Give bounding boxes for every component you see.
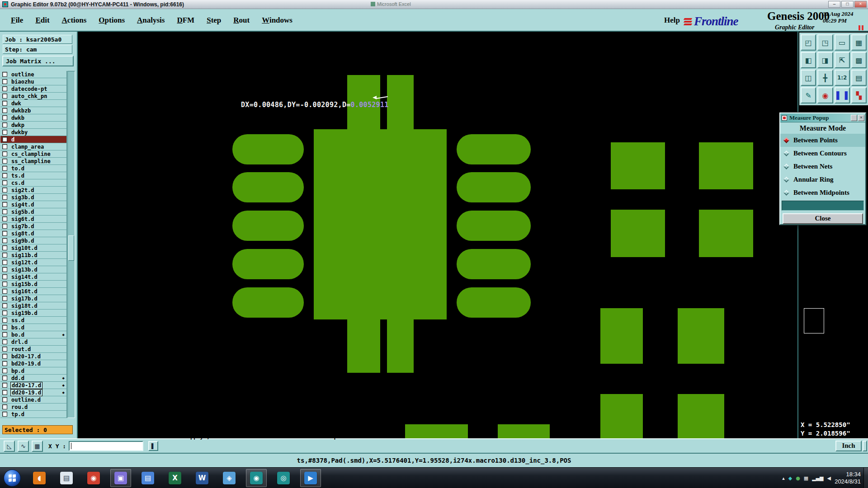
layer-visibility-checkbox[interactable] [2, 318, 7, 323]
layer-row-outline.d[interactable]: outline.d [0, 396, 66, 404]
taskbar-app-notepad[interactable]: ▤ [56, 469, 77, 487]
layer-row-datecode-pt[interactable]: datecode-pt [0, 85, 66, 93]
layer-visibility-checkbox[interactable] [2, 130, 7, 135]
taskbar-app-browser[interactable]: ◉ [83, 469, 104, 487]
layer-row-ts.d[interactable]: ts.d [0, 172, 66, 179]
layer-visibility-checkbox[interactable] [2, 94, 7, 99]
measure-tool-icon[interactable]: ∿ [18, 441, 29, 452]
taskbar-clock[interactable]: 18:34 2024/8/31 [835, 471, 861, 485]
layer-visibility-checkbox[interactable] [2, 224, 7, 229]
menu-item-file[interactable]: File [11, 16, 23, 25]
menu-help[interactable]: Help [664, 16, 680, 25]
taskbar-app-save[interactable]: ▣ [110, 469, 131, 487]
layer-visibility-checkbox[interactable] [2, 180, 7, 185]
measure-option-between-contours[interactable]: Between Contours [780, 147, 865, 160]
layer-row-drl.d[interactable]: drl.d [0, 338, 66, 346]
layer-row-dwkb[interactable]: dwkb [0, 114, 66, 122]
layer-row-dd.d[interactable]: dd.d◆ [0, 375, 66, 382]
layer-row-ss.d[interactable]: ss.d [0, 317, 66, 324]
layer-row-sig14t.d[interactable]: sig14t.d [0, 273, 66, 281]
dot-grid-icon[interactable]: ▩ [851, 52, 867, 68]
taskbar-app-arrow[interactable]: ▶ [300, 469, 321, 487]
clip-window-icon[interactable]: ▭ [835, 34, 850, 51]
layer-row-sig13b.d[interactable]: sig13b.d [0, 266, 66, 273]
pan-left-icon[interactable]: ◧ [801, 52, 816, 68]
layer-row-sig12t.d[interactable]: sig12t.d [0, 259, 66, 266]
layer-row-dd20-19.d[interactable]: dd20-19.d◆ [0, 389, 66, 396]
units-button[interactable]: Inch [835, 441, 862, 451]
layer-row-sig10t.d[interactable]: sig10t.d [0, 244, 66, 252]
view-prev-icon[interactable]: ◰ [801, 34, 816, 51]
pcb-pad[interactable] [405, 424, 468, 438]
layer-visibility-checkbox[interactable] [2, 166, 7, 171]
popup-minimize-button[interactable] [851, 115, 857, 121]
grid-tool-icon[interactable]: ▦ [32, 441, 43, 452]
layer-visibility-checkbox[interactable] [2, 101, 7, 106]
layer-visibility-checkbox[interactable] [2, 282, 7, 286]
pcb-pad[interactable] [457, 249, 531, 279]
layer-row-dwkp[interactable]: dwkp [0, 122, 66, 129]
layer-row-bd20-19.d[interactable]: bd20-19.d [0, 360, 66, 367]
pcb-pad[interactable] [232, 249, 304, 279]
layer-list-scrollbar[interactable] [67, 71, 75, 418]
pcb-pad[interactable] [232, 211, 304, 241]
layer-row-clamp_area[interactable]: clamp_area [0, 143, 66, 150]
layer-visibility-checkbox[interactable] [2, 144, 7, 149]
menu-item-dfm[interactable]: DFM [177, 16, 194, 25]
layer-visibility-checkbox[interactable] [2, 339, 7, 344]
popup-close-button[interactable]: Close [783, 213, 863, 224]
edit-tool-icon[interactable]: ✎ [801, 87, 816, 103]
menu-item-actions[interactable]: Actions [62, 16, 87, 25]
crosshair-icon[interactable]: ╋ [817, 70, 833, 86]
layer-row-dwkby[interactable]: dwkby [0, 129, 66, 136]
layer-visibility-checkbox[interactable] [2, 238, 7, 243]
layer-row-sig6t.d[interactable]: sig6t.d [0, 216, 66, 223]
layer-visibility-checkbox[interactable] [2, 202, 7, 207]
layer-visibility-checkbox[interactable] [2, 108, 7, 113]
show-desktop-button[interactable] [863, 468, 868, 488]
measure-option-between-points[interactable]: Between Points [780, 134, 865, 147]
layer-visibility-checkbox[interactable] [2, 332, 7, 337]
popup-close-icon[interactable]: × [858, 115, 864, 121]
menu-item-options[interactable]: Options [99, 16, 125, 25]
pcb-pad[interactable] [232, 134, 304, 164]
xy-input[interactable] [69, 441, 143, 451]
grid-toggle-icon[interactable]: ▦ [851, 34, 867, 51]
layer-visibility-checkbox[interactable] [2, 72, 7, 77]
layer-row-ss_clampline[interactable]: ss_clampline [0, 158, 66, 165]
layer-visibility-checkbox[interactable] [2, 115, 7, 120]
menu-item-step[interactable]: Step [207, 16, 221, 25]
tray-show-hidden-icon[interactable]: ▴ [782, 475, 785, 481]
layer-row-sig18t.d[interactable]: sig18t.d [0, 302, 66, 310]
layer-visibility-checkbox[interactable] [2, 375, 7, 380]
view-navigator-box[interactable] [804, 308, 824, 333]
pcb-pad[interactable] [387, 75, 414, 130]
tray-update-icon[interactable]: ● [796, 475, 800, 481]
layer-visibility-checkbox[interactable] [2, 173, 7, 178]
measure-popup-titlebar[interactable]: Measure Popup × [780, 113, 865, 122]
pcb-pad[interactable] [314, 129, 447, 319]
minimize-button[interactable]: – [828, 1, 840, 8]
measure-option-annular-ring[interactable]: Annular Ring [780, 173, 865, 186]
layer-visibility-checkbox[interactable] [2, 404, 7, 409]
taskbar-app-document[interactable]: ▤ [137, 469, 158, 487]
layer-visibility-checkbox[interactable] [2, 137, 7, 142]
menu-item-windows[interactable]: Windows [262, 16, 292, 25]
layer-visibility-checkbox[interactable] [2, 159, 7, 164]
layer-visibility-checkbox[interactable] [2, 274, 7, 279]
layer-row-sig8t.d[interactable]: sig8t.d [0, 230, 66, 237]
layer-visibility-checkbox[interactable] [2, 195, 7, 200]
layer-visibility-checkbox[interactable] [2, 296, 7, 301]
layer-visibility-checkbox[interactable] [2, 325, 7, 330]
pcb-pad[interactable] [600, 308, 643, 364]
pan-right-icon[interactable]: ◨ [817, 52, 833, 68]
layer-row-bs.d[interactable]: bs.d [0, 324, 66, 331]
layer-visibility-checkbox[interactable] [2, 79, 7, 84]
layer-visibility-checkbox[interactable] [2, 361, 7, 366]
taskbar-app-launcher[interactable]: ◖ [29, 469, 50, 487]
layer-row-dwk[interactable]: dwk [0, 100, 66, 107]
menu-item-edit[interactable]: Edit [35, 16, 49, 25]
zoom-extents-icon[interactable]: ⇱ [835, 52, 850, 68]
pcb-pad[interactable] [611, 142, 665, 189]
layer-visibility-checkbox[interactable] [2, 231, 7, 236]
